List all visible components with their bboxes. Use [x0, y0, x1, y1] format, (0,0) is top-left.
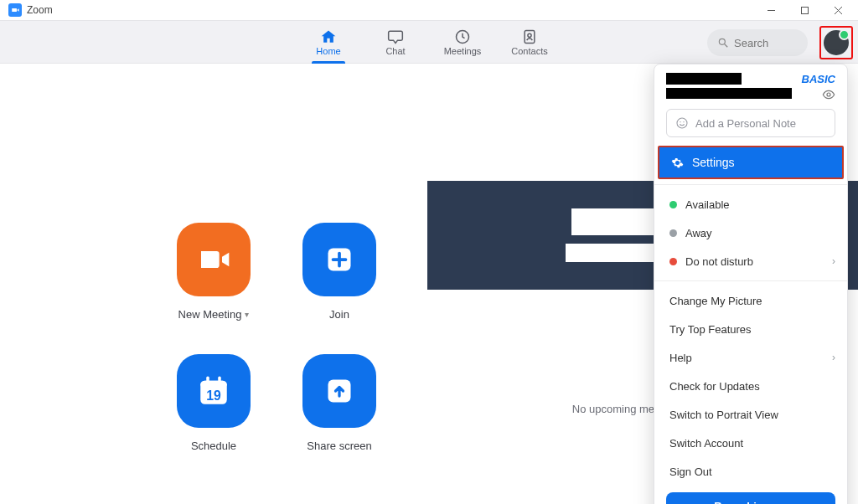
app-logo-icon	[8, 3, 22, 17]
home-icon	[320, 28, 337, 46]
menu-label: Help	[669, 352, 692, 364]
chat-icon	[387, 28, 404, 46]
profile-name-redacted	[666, 73, 742, 85]
svg-point-6	[528, 33, 531, 37]
svg-point-17	[677, 118, 687, 128]
share-icon	[324, 376, 354, 406]
main-nav: Home Chat Meetings Contacts	[305, 21, 553, 63]
svg-point-16	[827, 93, 830, 96]
video-icon	[197, 243, 230, 276]
minimize-button[interactable]	[754, 0, 788, 20]
svg-text:19: 19	[206, 388, 221, 403]
visibility-icon[interactable]	[822, 88, 835, 101]
settings-label: Settings	[692, 156, 735, 169]
profile-button-highlight	[819, 26, 853, 59]
tile-label[interactable]: New Meeting ▾	[178, 308, 250, 321]
share-screen-button[interactable]	[302, 354, 376, 428]
menu-label: Check for Updates	[669, 380, 760, 393]
menu-label: Change My Picture	[669, 295, 762, 307]
tile-label: Join	[329, 308, 349, 321]
nav-label: Contacts	[511, 46, 547, 56]
tile-label: Share screen	[307, 440, 371, 452]
home-tiles: New Meeting ▾ Join 19 Schedule	[0, 64, 427, 504]
nav-label: Meetings	[444, 46, 482, 56]
menu-label: Try Top Features	[669, 323, 752, 336]
nav-label: Home	[316, 46, 340, 56]
window-titlebar: Zoom	[0, 0, 858, 20]
window-title: Zoom	[27, 4, 53, 16]
nav-contacts[interactable]: Contacts	[506, 21, 553, 63]
status-dot-red-icon	[669, 258, 677, 265]
smile-icon	[675, 116, 689, 130]
close-button[interactable]	[821, 0, 855, 20]
search-input[interactable]: Search	[707, 29, 808, 56]
status-dnd[interactable]: Do not disturb ›	[654, 247, 847, 275]
contacts-icon	[521, 28, 538, 46]
menu-separator	[654, 280, 847, 281]
status-dot-gray-icon	[669, 229, 677, 237]
tile-join: Join	[277, 223, 402, 321]
plus-icon	[324, 244, 354, 275]
profile-avatar-button[interactable]	[824, 30, 849, 55]
nav-chat[interactable]: Chat	[372, 21, 419, 63]
settings-menu-item[interactable]: Settings	[658, 146, 844, 179]
profile-header: BASIC	[654, 64, 847, 104]
menu-label: Switch to Portrait View	[669, 409, 778, 421]
nav-meetings[interactable]: Meetings	[439, 21, 486, 63]
menu-separator	[654, 184, 847, 185]
profile-menu: BASIC Add a Personal Note Settings Avail…	[654, 64, 848, 504]
tile-share-screen: Share screen	[277, 354, 402, 452]
svg-rect-1	[801, 7, 808, 13]
buy-label: Buy a License	[714, 500, 787, 505]
search-placeholder: Search	[734, 37, 768, 49]
status-available[interactable]: Available	[654, 190, 847, 219]
chevron-right-icon: ›	[832, 255, 835, 267]
chevron-right-icon: ›	[832, 352, 835, 363]
join-button[interactable]	[302, 223, 376, 296]
menu-portrait-view[interactable]: Switch to Portrait View	[654, 400, 847, 429]
main-toolbar: Home Chat Meetings Contacts Search	[0, 20, 858, 64]
schedule-button[interactable]: 19	[177, 354, 251, 428]
nav-home[interactable]: Home	[305, 21, 352, 63]
maximize-button[interactable]	[788, 0, 821, 20]
menu-change-picture[interactable]: Change My Picture	[654, 286, 847, 315]
plan-badge: BASIC	[802, 73, 835, 85]
svg-point-19	[683, 121, 684, 122]
menu-label: Available	[685, 198, 730, 211]
svg-rect-11	[200, 381, 227, 388]
search-icon	[717, 37, 729, 49]
menu-try-top-features[interactable]: Try Top Features	[654, 315, 847, 343]
gear-icon	[671, 157, 684, 169]
personal-note-input[interactable]: Add a Personal Note	[666, 109, 835, 137]
svg-point-18	[680, 121, 680, 122]
status-dot-green-icon	[669, 201, 677, 208]
buy-license-button[interactable]: Buy a License	[666, 492, 835, 504]
menu-label: Sign Out	[669, 465, 712, 478]
menu-label: Do not disturb	[685, 255, 753, 268]
nav-label: Chat	[385, 46, 405, 56]
calendar-icon: 19	[196, 373, 231, 409]
menu-check-updates[interactable]: Check for Updates	[654, 372, 847, 400]
clock-icon	[454, 28, 471, 46]
menu-label: Switch Account	[669, 437, 743, 450]
svg-line-8	[725, 44, 728, 48]
menu-help[interactable]: Help ›	[654, 343, 847, 372]
profile-email-redacted	[666, 88, 792, 99]
note-placeholder: Add a Personal Note	[695, 117, 796, 130]
svg-rect-12	[206, 377, 209, 384]
tile-label: Schedule	[191, 440, 236, 452]
menu-switch-account[interactable]: Switch Account	[654, 429, 847, 457]
menu-label: Away	[685, 227, 712, 239]
tile-new-meeting: New Meeting ▾	[151, 223, 277, 321]
svg-rect-13	[218, 377, 221, 384]
chevron-down-icon: ▾	[245, 310, 249, 319]
new-meeting-button[interactable]	[177, 223, 251, 296]
svg-point-7	[719, 39, 725, 44]
new-meeting-label: New Meeting	[178, 308, 242, 321]
tile-schedule: 19 Schedule	[151, 354, 277, 452]
status-away[interactable]: Away	[654, 219, 847, 247]
menu-sign-out[interactable]: Sign Out	[654, 457, 847, 486]
